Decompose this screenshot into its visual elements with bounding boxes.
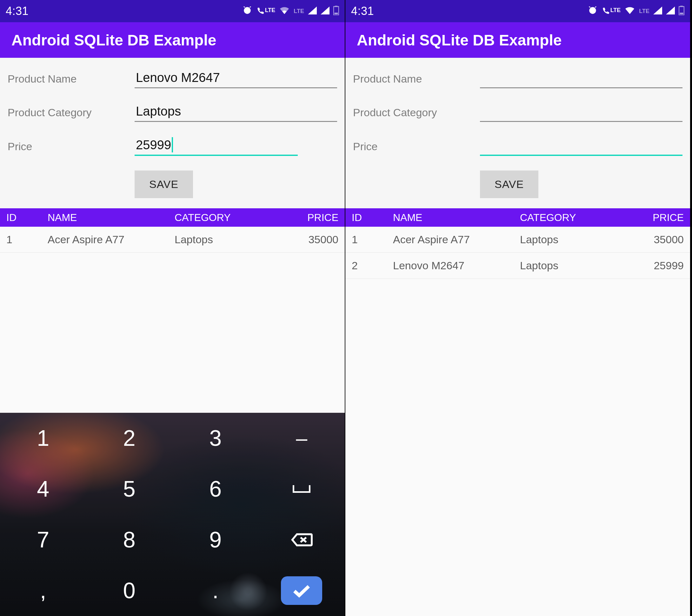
status-icons: LTE LTE xyxy=(588,5,684,17)
phone-screen-right: 4:31 LTE LTE Android SQLite xyxy=(345,0,691,616)
label-price: Price xyxy=(8,140,135,156)
product-category-input[interactable] xyxy=(480,103,683,122)
key-period[interactable]: . xyxy=(172,565,259,616)
label-price: Price xyxy=(353,140,480,156)
cell-price: 25999 xyxy=(634,259,684,272)
label-product-name: Product Name xyxy=(353,73,480,88)
svg-rect-5 xyxy=(680,13,684,14)
app-title: Android SQLite DB Example xyxy=(357,31,562,49)
label-product-name: Product Name xyxy=(8,73,135,88)
key-backspace[interactable] xyxy=(259,514,345,565)
key-done[interactable] xyxy=(259,565,345,616)
space-icon xyxy=(293,485,310,493)
col-header-price: PRICE xyxy=(634,212,684,224)
key-8[interactable]: 8 xyxy=(86,514,173,565)
product-name-input[interactable] xyxy=(480,69,683,88)
table-row[interactable]: 1 Acer Aspire A77 Laptops 35000 xyxy=(0,227,345,253)
signal-icon-1 xyxy=(653,6,662,16)
signal-icon-2 xyxy=(321,6,329,16)
cell-name: Acer Aspire A77 xyxy=(393,233,520,246)
table-row[interactable]: 1 Acer Aspire A77 Laptops 35000 xyxy=(345,227,690,253)
key-7[interactable]: 7 xyxy=(0,514,86,565)
col-header-category: CATEGORY xyxy=(175,212,289,224)
product-form: Product Name Product Category Price SAVE xyxy=(0,58,345,208)
cell-name: Acer Aspire A77 xyxy=(48,233,175,246)
signal-icon-2 xyxy=(666,6,675,16)
cell-category: Laptops xyxy=(175,233,289,246)
table-row[interactable]: 2 Lenovo M2647 Laptops 25999 xyxy=(345,253,690,279)
cell-category: Laptops xyxy=(520,233,634,246)
cell-price: 35000 xyxy=(634,233,684,246)
table-header: ID NAME CATEGORY PRICE xyxy=(345,208,690,227)
save-button[interactable]: SAVE xyxy=(480,171,538,198)
clock-time: 4:31 xyxy=(351,4,374,18)
clock-time: 4:31 xyxy=(6,4,28,18)
col-header-name: NAME xyxy=(393,212,520,224)
volte-call-icon: LTE xyxy=(602,7,621,15)
table-body: 1 Acer Aspire A77 Laptops 35000 xyxy=(0,227,345,413)
col-header-name: NAME xyxy=(48,212,175,224)
volte-call-icon: LTE xyxy=(256,7,276,15)
save-button[interactable]: SAVE xyxy=(135,171,193,198)
table-body: 1 Acer Aspire A77 Laptops 35000 2 Lenovo… xyxy=(345,227,690,616)
alarm-icon xyxy=(242,5,252,17)
app-title: Android SQLite DB Example xyxy=(12,31,216,49)
backspace-icon xyxy=(290,532,313,547)
cell-category: Laptops xyxy=(520,259,634,272)
check-icon xyxy=(292,583,311,598)
price-input[interactable] xyxy=(135,136,298,156)
battery-icon xyxy=(333,6,339,17)
alarm-icon xyxy=(588,5,598,17)
signal-icon-1 xyxy=(308,6,317,16)
product-category-input[interactable] xyxy=(135,103,337,122)
key-9[interactable]: 9 xyxy=(172,514,259,565)
label-product-category: Product Category xyxy=(8,106,135,122)
col-header-id: ID xyxy=(352,212,393,224)
col-header-price: PRICE xyxy=(289,212,338,224)
table-header: ID NAME CATEGORY PRICE xyxy=(0,208,345,227)
cell-id: 1 xyxy=(6,233,48,246)
app-bar: Android SQLite DB Example xyxy=(0,22,345,58)
status-icons: LTE LTE xyxy=(242,5,339,17)
key-2[interactable]: 2 xyxy=(86,413,173,464)
battery-icon xyxy=(679,6,684,17)
key-comma[interactable]: , xyxy=(0,565,86,616)
lte-label: LTE xyxy=(639,8,649,15)
product-form: Product Name Product Category Price SAVE xyxy=(345,58,690,208)
status-bar: 4:31 LTE LTE xyxy=(0,0,345,22)
key-3[interactable]: 3 xyxy=(172,413,259,464)
cell-id: 1 xyxy=(352,233,393,246)
wifi-icon xyxy=(279,6,290,16)
key-6[interactable]: 6 xyxy=(172,464,259,514)
svg-rect-2 xyxy=(334,13,338,14)
key-minus[interactable]: – xyxy=(259,413,345,464)
text-cursor xyxy=(172,137,173,152)
numeric-keyboard: 1 2 3 – 4 5 6 7 8 9 , 0 . xyxy=(0,413,345,616)
key-1[interactable]: 1 xyxy=(0,413,86,464)
label-product-category: Product Category xyxy=(353,106,480,122)
lte-label: LTE xyxy=(294,8,304,15)
status-bar: 4:31 LTE LTE xyxy=(345,0,690,22)
wifi-icon xyxy=(624,6,635,16)
app-bar: Android SQLite DB Example xyxy=(345,22,690,58)
cell-id: 2 xyxy=(352,259,393,272)
cell-name: Lenovo M2647 xyxy=(393,259,520,272)
key-5[interactable]: 5 xyxy=(86,464,173,514)
key-4[interactable]: 4 xyxy=(0,464,86,514)
cell-price: 35000 xyxy=(289,233,338,246)
phone-screen-left: 4:31 LTE LTE Android SQLite xyxy=(0,0,345,616)
key-0[interactable]: 0 xyxy=(86,565,173,616)
price-input[interactable] xyxy=(480,136,683,156)
col-header-id: ID xyxy=(6,212,48,224)
key-space[interactable] xyxy=(259,464,345,514)
col-header-category: CATEGORY xyxy=(520,212,634,224)
product-name-input[interactable] xyxy=(135,69,337,88)
done-chip xyxy=(281,576,322,605)
